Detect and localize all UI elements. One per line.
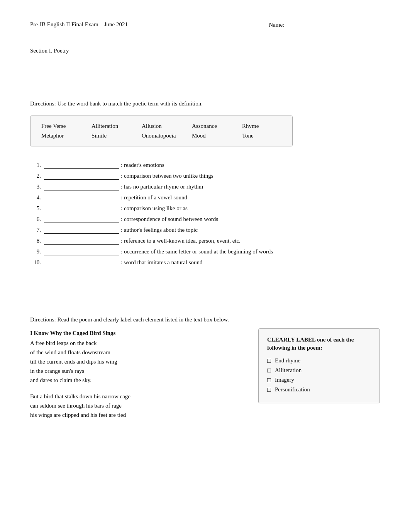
list-item: 5. : comparison using like or as (30, 205, 380, 212)
section-label: Section I. Poetry (30, 48, 380, 54)
list-item: 1. : reader's emotions (30, 162, 380, 169)
label-list: End rhyme Alliteration Imagery Personifi… (267, 357, 371, 393)
item-number-8: 8. (30, 238, 44, 244)
poem-text: I Know Why the Caged Bird Sings A free b… (30, 328, 247, 427)
list-item: 10. : word that imitates a natural sound (30, 259, 380, 266)
poem-directions: Directions: Read the poem and clearly la… (30, 316, 380, 323)
label-item-personification: Personification (275, 386, 310, 393)
list-item: 9. : occurrence of the same letter or so… (30, 248, 380, 255)
poem-stanza2: But a bird that stalks down his narrow c… (30, 392, 247, 420)
list-item: 6. : correspondence of sound between wor… (30, 216, 380, 223)
answer-blank-2[interactable] (44, 173, 119, 180)
word-free-verse: Free Verse (41, 123, 91, 129)
word-rhyme: Rhyme (242, 123, 292, 129)
label-list-item: Personification (267, 386, 371, 393)
bullet-icon (267, 359, 271, 363)
bullet-icon (267, 369, 271, 372)
list-item: 8. : reference to a well-known idea, per… (30, 238, 380, 245)
definition-8: : reference to a well-known idea, person… (121, 238, 241, 244)
label-item-imagery: Imagery (275, 377, 294, 383)
label-list-item: End rhyme (267, 357, 371, 364)
item-number-1: 1. (30, 162, 44, 168)
poem-stanza1: A free bird leaps on the back of the win… (30, 338, 247, 385)
word-bank: Free Verse Alliteration Allusion Assonan… (30, 116, 293, 146)
definition-3: : has no particular rhyme or rhythm (121, 184, 203, 190)
poem-line: till the current ends and dips his wing (30, 357, 247, 366)
definition-2: : comparison between two unlike things (121, 173, 213, 179)
answer-blank-10[interactable] (44, 259, 119, 266)
label-list-item: Imagery (267, 377, 371, 383)
matching-directions: Directions: Use the word bank to match t… (30, 100, 380, 107)
answer-blank-5[interactable] (44, 205, 119, 212)
word-metaphor: Metaphor (41, 133, 91, 139)
definition-10: : word that imitates a natural sound (121, 259, 203, 266)
word-assonance: Assonance (192, 123, 242, 129)
word-bank-row1: Free Verse Alliteration Allusion Assonan… (41, 123, 281, 129)
poem-section: I Know Why the Caged Bird Sings A free b… (30, 328, 380, 427)
item-number-5: 5. (30, 205, 44, 212)
label-item-end-rhyme: End rhyme (275, 357, 300, 364)
definition-7: : author's feelings about the topic (121, 227, 198, 233)
list-item: 7. : author's feelings about the topic (30, 227, 380, 234)
name-field: Name: (269, 21, 380, 28)
label-box-title: CLEARLY LABEL one of each the following … (267, 336, 371, 352)
definition-5: : comparison using like or as (121, 205, 188, 212)
list-item: 4. : repetition of a vowel sound (30, 194, 380, 201)
bullet-icon (267, 378, 271, 382)
definition-1: : reader's emotions (121, 162, 164, 168)
word-onomatopoeia: Onomatopoeia (142, 133, 192, 139)
item-number-7: 7. (30, 227, 44, 233)
poem-line: But a bird that stalks down his narrow c… (30, 392, 247, 401)
answer-blank-7[interactable] (44, 227, 119, 234)
word-simile: Simile (91, 133, 142, 139)
poem-line: A free bird leaps on the back (30, 338, 247, 348)
word-bank-row2: Metaphor Simile Onomatopoeia Mood Tone (41, 133, 281, 139)
answer-blank-4[interactable] (44, 194, 119, 201)
answer-blank-1[interactable] (44, 162, 119, 169)
matching-list: 1. : reader's emotions 2. : comparison b… (30, 162, 380, 266)
poem-line: in the orange sun's rays (30, 366, 247, 376)
answer-blank-3[interactable] (44, 184, 119, 190)
header: Pre-IB English II Final Exam – June 2021… (30, 21, 380, 28)
poem-line: can seldom see through his bars of rage (30, 401, 247, 410)
bullet-icon (267, 388, 271, 392)
item-number-10: 10. (30, 259, 44, 266)
name-label: Name: (269, 22, 286, 28)
item-number-9: 9. (30, 248, 44, 255)
exam-title: Pre-IB English II Final Exam – June 2021 (30, 21, 128, 28)
label-item-alliteration: Alliteration (275, 367, 302, 374)
word-allusion: Allusion (142, 123, 192, 129)
answer-blank-8[interactable] (44, 238, 119, 245)
poem-line: of the wind and floats downstream (30, 348, 247, 357)
word-alliteration: Alliteration (91, 123, 142, 129)
section-gap (30, 270, 380, 316)
item-number-4: 4. (30, 194, 44, 201)
list-item: 2. : comparison between two unlike thing… (30, 173, 380, 180)
name-blank[interactable] (287, 21, 380, 28)
list-item: 3. : has no particular rhyme or rhythm (30, 184, 380, 190)
item-number-6: 6. (30, 216, 44, 223)
answer-blank-9[interactable] (44, 248, 119, 255)
poem-line: and dares to claim the sky. (30, 376, 247, 385)
item-number-3: 3. (30, 184, 44, 190)
poem-title: I Know Why the Caged Bird Sings (30, 328, 247, 338)
definition-6: : correspondence of sound between words (121, 216, 218, 223)
label-list-item: Alliteration (267, 367, 371, 374)
word-mood: Mood (192, 133, 242, 139)
item-number-2: 2. (30, 173, 44, 179)
label-box: CLEARLY LABEL one of each the following … (258, 328, 380, 403)
poem-line: his wings are clipped and his feet are t… (30, 410, 247, 420)
definition-4: : repetition of a vowel sound (121, 194, 187, 201)
word-tone: Tone (242, 133, 292, 139)
answer-blank-6[interactable] (44, 216, 119, 223)
definition-9: : occurrence of the same letter or sound… (121, 248, 273, 255)
